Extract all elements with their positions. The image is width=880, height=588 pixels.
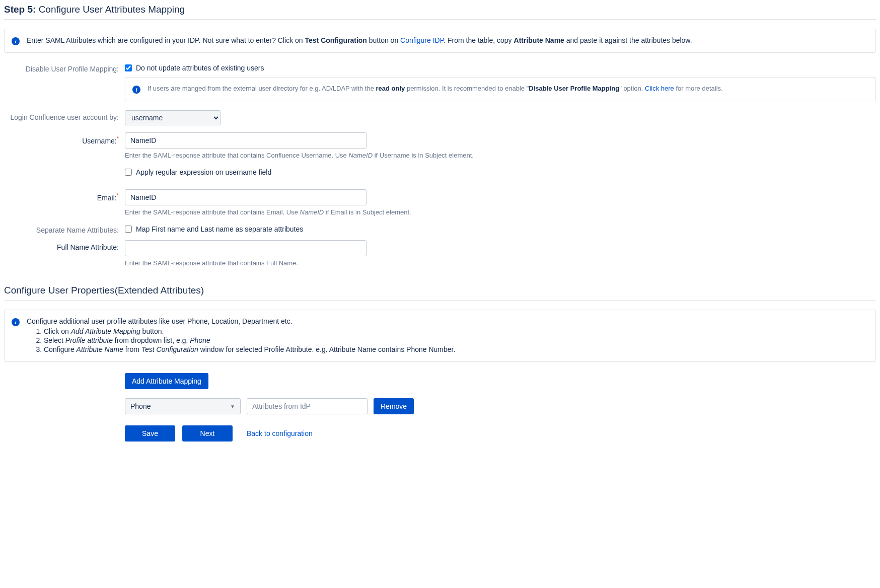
extended-steps-list: Click on Add Attribute Mapping button. S… bbox=[44, 327, 455, 353]
extended-info-text: Configure additional user profile attrib… bbox=[27, 317, 455, 354]
regex-checkbox[interactable] bbox=[125, 169, 132, 176]
disable-mapping-info-text: If users are manged from the external us… bbox=[148, 85, 723, 92]
step-title-text: Configure User Attributes Mapping bbox=[39, 4, 185, 15]
disable-mapping-checkbox-label: Do not update attributes of existing use… bbox=[136, 64, 264, 72]
step-number: Step 5: bbox=[4, 4, 36, 15]
login-by-select[interactable]: username bbox=[125, 110, 221, 125]
username-input[interactable] bbox=[125, 132, 366, 149]
back-to-configuration-link[interactable]: Back to configuration bbox=[240, 425, 320, 442]
separate-name-checkbox-label: Map First name and Last name as separate… bbox=[136, 225, 303, 233]
info-icon: i bbox=[132, 86, 140, 94]
full-name-help: Enter the SAML-response attribute that c… bbox=[125, 259, 876, 267]
full-name-input[interactable] bbox=[125, 240, 366, 256]
separate-name-label: Separate Name Attributes: bbox=[4, 223, 125, 234]
regex-checkbox-label: Apply regular expression on username fie… bbox=[136, 168, 271, 176]
username-help: Enter the SAML-response attribute that c… bbox=[125, 152, 876, 159]
disable-mapping-label: Disable User Profile Mapping: bbox=[4, 62, 125, 73]
profile-attribute-select[interactable]: Phone ▼ bbox=[125, 398, 241, 414]
remove-mapping-button[interactable]: Remove bbox=[374, 398, 414, 414]
configure-idp-link[interactable]: Configure IDP bbox=[400, 36, 444, 44]
attribute-mapping-row: Phone ▼ Remove bbox=[125, 398, 876, 414]
step-heading: Step 5: Configure User Attributes Mappin… bbox=[4, 4, 876, 15]
divider bbox=[4, 300, 876, 301]
info-icon: i bbox=[12, 37, 20, 45]
click-here-link[interactable]: Click here bbox=[645, 85, 674, 92]
info-bold: Test Configuration bbox=[305, 36, 367, 44]
attributes-info-text: Enter SAML Attributes which are configur… bbox=[27, 36, 692, 44]
disable-mapping-checkbox[interactable] bbox=[125, 64, 132, 71]
info-text-part: If users are manged from the external us… bbox=[148, 85, 376, 92]
info-text-part: " option. bbox=[619, 85, 645, 92]
list-item: Configure Attribute Name from Test Confi… bbox=[44, 345, 455, 353]
info-text-part: . From the table, copy bbox=[444, 36, 514, 44]
profile-attribute-value: Phone bbox=[130, 402, 151, 410]
extended-info-box: i Configure additional user profile attr… bbox=[4, 310, 876, 362]
disable-mapping-info-box: i If users are manged from the external … bbox=[125, 77, 876, 101]
next-button[interactable]: Next bbox=[182, 425, 233, 442]
idp-attribute-input[interactable] bbox=[247, 398, 368, 414]
info-text-part: button on bbox=[367, 36, 400, 44]
separate-name-checkbox[interactable] bbox=[125, 226, 132, 233]
email-help: Enter the SAML-response attribute that c… bbox=[125, 208, 876, 216]
email-label: Email:* bbox=[4, 189, 125, 202]
full-name-label: Full Name Attribute: bbox=[4, 240, 125, 251]
username-label: Username:* bbox=[4, 132, 125, 145]
divider bbox=[4, 19, 876, 20]
action-buttons: Save Next Back to configuration bbox=[125, 425, 876, 442]
info-bold: read only bbox=[376, 85, 405, 92]
info-text-part: Enter SAML Attributes which are configur… bbox=[27, 36, 305, 44]
separate-name-checkbox-line[interactable]: Map First name and Last name as separate… bbox=[125, 223, 876, 233]
info-text-part: for more details. bbox=[674, 85, 723, 92]
login-by-label: Login Confluence user account by: bbox=[4, 110, 125, 121]
info-bold: Attribute Name bbox=[514, 36, 564, 44]
list-item: Click on Add Attribute Mapping button. bbox=[44, 327, 455, 335]
disable-mapping-checkbox-line[interactable]: Do not update attributes of existing use… bbox=[125, 62, 876, 72]
extended-section-title: Configure User Properties(Extended Attri… bbox=[4, 285, 876, 296]
email-input[interactable] bbox=[125, 189, 366, 205]
info-bold: Disable User Profile Mapping bbox=[529, 85, 619, 92]
list-item: Select Profile attribute from dropdown l… bbox=[44, 336, 455, 344]
attributes-info-box: i Enter SAML Attributes which are config… bbox=[4, 29, 876, 53]
add-attribute-mapping-button[interactable]: Add Attribute Mapping bbox=[125, 373, 208, 389]
info-text-part: permission. It is recommended to enable … bbox=[405, 85, 529, 92]
save-button[interactable]: Save bbox=[125, 425, 175, 442]
info-text-part: and paste it against the attributes belo… bbox=[564, 36, 692, 44]
regex-checkbox-line[interactable]: Apply regular expression on username fie… bbox=[125, 166, 876, 176]
extended-intro: Configure additional user profile attrib… bbox=[27, 317, 455, 325]
info-icon: i bbox=[12, 318, 20, 326]
chevron-down-icon: ▼ bbox=[230, 404, 235, 409]
